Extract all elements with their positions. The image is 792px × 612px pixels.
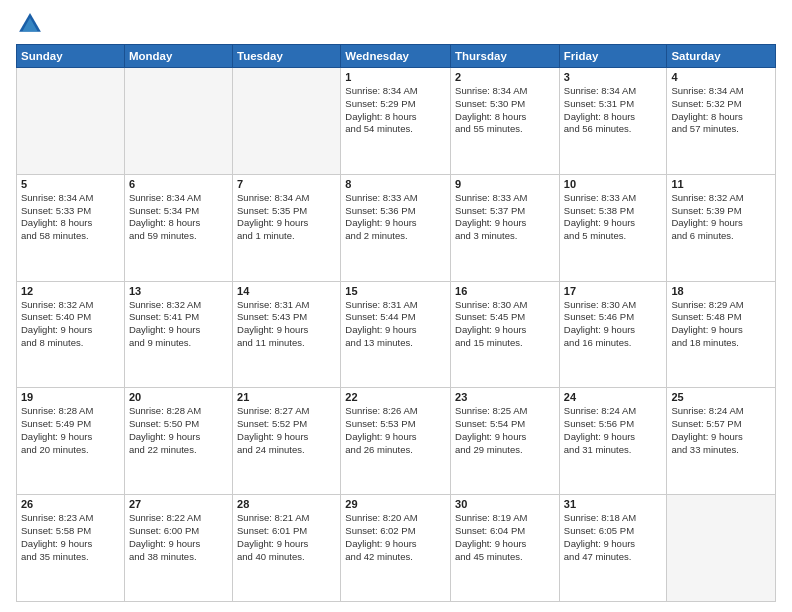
- day-number: 5: [21, 178, 120, 190]
- calendar-cell: 14Sunrise: 8:31 AMSunset: 5:43 PMDayligh…: [233, 281, 341, 388]
- cell-text: Sunrise: 8:33 AMSunset: 5:38 PMDaylight:…: [564, 192, 663, 243]
- calendar-cell: 22Sunrise: 8:26 AMSunset: 5:53 PMDayligh…: [341, 388, 451, 495]
- cell-text: Sunrise: 8:33 AMSunset: 5:36 PMDaylight:…: [345, 192, 446, 243]
- weekday-header: Thursday: [451, 45, 560, 68]
- cell-text: Sunrise: 8:26 AMSunset: 5:53 PMDaylight:…: [345, 405, 446, 456]
- calendar-cell: [667, 495, 776, 602]
- day-number: 21: [237, 391, 336, 403]
- cell-text: Sunrise: 8:29 AMSunset: 5:48 PMDaylight:…: [671, 299, 771, 350]
- day-number: 18: [671, 285, 771, 297]
- cell-text: Sunrise: 8:20 AMSunset: 6:02 PMDaylight:…: [345, 512, 446, 563]
- day-number: 22: [345, 391, 446, 403]
- calendar-cell: 6Sunrise: 8:34 AMSunset: 5:34 PMDaylight…: [124, 174, 232, 281]
- calendar: SundayMondayTuesdayWednesdayThursdayFrid…: [16, 44, 776, 602]
- calendar-cell: 25Sunrise: 8:24 AMSunset: 5:57 PMDayligh…: [667, 388, 776, 495]
- calendar-cell: 1Sunrise: 8:34 AMSunset: 5:29 PMDaylight…: [341, 68, 451, 175]
- cell-text: Sunrise: 8:34 AMSunset: 5:30 PMDaylight:…: [455, 85, 555, 136]
- logo-icon: [16, 10, 44, 38]
- calendar-cell: 29Sunrise: 8:20 AMSunset: 6:02 PMDayligh…: [341, 495, 451, 602]
- day-number: 3: [564, 71, 663, 83]
- day-number: 12: [21, 285, 120, 297]
- day-number: 11: [671, 178, 771, 190]
- page: SundayMondayTuesdayWednesdayThursdayFrid…: [0, 0, 792, 612]
- calendar-cell: 31Sunrise: 8:18 AMSunset: 6:05 PMDayligh…: [559, 495, 667, 602]
- cell-text: Sunrise: 8:32 AMSunset: 5:40 PMDaylight:…: [21, 299, 120, 350]
- calendar-body: 1Sunrise: 8:34 AMSunset: 5:29 PMDaylight…: [17, 68, 776, 602]
- calendar-week-row: 1Sunrise: 8:34 AMSunset: 5:29 PMDaylight…: [17, 68, 776, 175]
- calendar-cell: 2Sunrise: 8:34 AMSunset: 5:30 PMDaylight…: [451, 68, 560, 175]
- calendar-cell: 13Sunrise: 8:32 AMSunset: 5:41 PMDayligh…: [124, 281, 232, 388]
- cell-text: Sunrise: 8:31 AMSunset: 5:44 PMDaylight:…: [345, 299, 446, 350]
- cell-text: Sunrise: 8:18 AMSunset: 6:05 PMDaylight:…: [564, 512, 663, 563]
- cell-text: Sunrise: 8:24 AMSunset: 5:57 PMDaylight:…: [671, 405, 771, 456]
- calendar-cell: 20Sunrise: 8:28 AMSunset: 5:50 PMDayligh…: [124, 388, 232, 495]
- cell-text: Sunrise: 8:30 AMSunset: 5:45 PMDaylight:…: [455, 299, 555, 350]
- weekday-header: Wednesday: [341, 45, 451, 68]
- day-number: 26: [21, 498, 120, 510]
- cell-text: Sunrise: 8:30 AMSunset: 5:46 PMDaylight:…: [564, 299, 663, 350]
- calendar-week-row: 19Sunrise: 8:28 AMSunset: 5:49 PMDayligh…: [17, 388, 776, 495]
- calendar-week-row: 26Sunrise: 8:23 AMSunset: 5:58 PMDayligh…: [17, 495, 776, 602]
- calendar-week-row: 5Sunrise: 8:34 AMSunset: 5:33 PMDaylight…: [17, 174, 776, 281]
- day-number: 30: [455, 498, 555, 510]
- cell-text: Sunrise: 8:32 AMSunset: 5:41 PMDaylight:…: [129, 299, 228, 350]
- weekday-header: Monday: [124, 45, 232, 68]
- calendar-cell: 5Sunrise: 8:34 AMSunset: 5:33 PMDaylight…: [17, 174, 125, 281]
- calendar-cell: 28Sunrise: 8:21 AMSunset: 6:01 PMDayligh…: [233, 495, 341, 602]
- calendar-cell: 21Sunrise: 8:27 AMSunset: 5:52 PMDayligh…: [233, 388, 341, 495]
- calendar-header: SundayMondayTuesdayWednesdayThursdayFrid…: [17, 45, 776, 68]
- day-number: 29: [345, 498, 446, 510]
- cell-text: Sunrise: 8:34 AMSunset: 5:31 PMDaylight:…: [564, 85, 663, 136]
- cell-text: Sunrise: 8:28 AMSunset: 5:50 PMDaylight:…: [129, 405, 228, 456]
- calendar-cell: 30Sunrise: 8:19 AMSunset: 6:04 PMDayligh…: [451, 495, 560, 602]
- logo: [16, 10, 48, 38]
- day-number: 20: [129, 391, 228, 403]
- weekday-header: Saturday: [667, 45, 776, 68]
- day-number: 1: [345, 71, 446, 83]
- day-number: 4: [671, 71, 771, 83]
- weekday-header: Sunday: [17, 45, 125, 68]
- day-number: 31: [564, 498, 663, 510]
- day-number: 15: [345, 285, 446, 297]
- day-number: 7: [237, 178, 336, 190]
- weekday-row: SundayMondayTuesdayWednesdayThursdayFrid…: [17, 45, 776, 68]
- calendar-cell: 19Sunrise: 8:28 AMSunset: 5:49 PMDayligh…: [17, 388, 125, 495]
- cell-text: Sunrise: 8:31 AMSunset: 5:43 PMDaylight:…: [237, 299, 336, 350]
- day-number: 17: [564, 285, 663, 297]
- cell-text: Sunrise: 8:23 AMSunset: 5:58 PMDaylight:…: [21, 512, 120, 563]
- cell-text: Sunrise: 8:28 AMSunset: 5:49 PMDaylight:…: [21, 405, 120, 456]
- day-number: 14: [237, 285, 336, 297]
- cell-text: Sunrise: 8:32 AMSunset: 5:39 PMDaylight:…: [671, 192, 771, 243]
- day-number: 24: [564, 391, 663, 403]
- day-number: 2: [455, 71, 555, 83]
- cell-text: Sunrise: 8:19 AMSunset: 6:04 PMDaylight:…: [455, 512, 555, 563]
- cell-text: Sunrise: 8:22 AMSunset: 6:00 PMDaylight:…: [129, 512, 228, 563]
- calendar-cell: [233, 68, 341, 175]
- cell-text: Sunrise: 8:34 AMSunset: 5:32 PMDaylight:…: [671, 85, 771, 136]
- cell-text: Sunrise: 8:34 AMSunset: 5:29 PMDaylight:…: [345, 85, 446, 136]
- day-number: 23: [455, 391, 555, 403]
- cell-text: Sunrise: 8:25 AMSunset: 5:54 PMDaylight:…: [455, 405, 555, 456]
- weekday-header: Tuesday: [233, 45, 341, 68]
- cell-text: Sunrise: 8:33 AMSunset: 5:37 PMDaylight:…: [455, 192, 555, 243]
- day-number: 13: [129, 285, 228, 297]
- day-number: 16: [455, 285, 555, 297]
- day-number: 27: [129, 498, 228, 510]
- day-number: 9: [455, 178, 555, 190]
- day-number: 25: [671, 391, 771, 403]
- day-number: 8: [345, 178, 446, 190]
- day-number: 10: [564, 178, 663, 190]
- calendar-cell: 17Sunrise: 8:30 AMSunset: 5:46 PMDayligh…: [559, 281, 667, 388]
- header: [16, 10, 776, 38]
- cell-text: Sunrise: 8:24 AMSunset: 5:56 PMDaylight:…: [564, 405, 663, 456]
- calendar-cell: [17, 68, 125, 175]
- calendar-cell: 18Sunrise: 8:29 AMSunset: 5:48 PMDayligh…: [667, 281, 776, 388]
- day-number: 28: [237, 498, 336, 510]
- calendar-cell: 23Sunrise: 8:25 AMSunset: 5:54 PMDayligh…: [451, 388, 560, 495]
- calendar-cell: 8Sunrise: 8:33 AMSunset: 5:36 PMDaylight…: [341, 174, 451, 281]
- calendar-cell: 27Sunrise: 8:22 AMSunset: 6:00 PMDayligh…: [124, 495, 232, 602]
- calendar-cell: 26Sunrise: 8:23 AMSunset: 5:58 PMDayligh…: [17, 495, 125, 602]
- calendar-cell: 12Sunrise: 8:32 AMSunset: 5:40 PMDayligh…: [17, 281, 125, 388]
- cell-text: Sunrise: 8:34 AMSunset: 5:33 PMDaylight:…: [21, 192, 120, 243]
- cell-text: Sunrise: 8:27 AMSunset: 5:52 PMDaylight:…: [237, 405, 336, 456]
